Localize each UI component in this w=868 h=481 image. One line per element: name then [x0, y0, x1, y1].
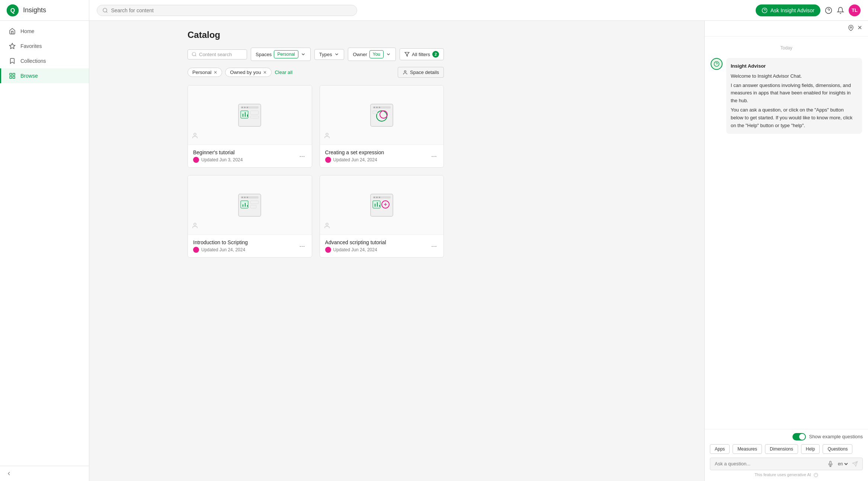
- card-dot-1: [193, 157, 199, 163]
- card-dot-3: [193, 247, 199, 253]
- svg-point-64: [850, 26, 852, 28]
- sidebar-item-label-favorites: Favorites: [20, 43, 42, 49]
- space-details-button[interactable]: Space details: [398, 67, 444, 78]
- card-beginners-tutorial[interactable]: Beginner's tutorial Updated Jun 3, 2024 …: [188, 85, 312, 168]
- send-button[interactable]: [852, 461, 858, 467]
- notifications-button[interactable]: [837, 7, 844, 14]
- content-search-filter[interactable]: Content search: [188, 49, 247, 59]
- quick-btn-apps[interactable]: Apps: [710, 444, 730, 454]
- microphone-button[interactable]: [827, 461, 833, 467]
- help-button[interactable]: [825, 7, 832, 14]
- all-filters-button[interactable]: All filters 2: [400, 48, 444, 60]
- card-meta-3: Updated Jun 24, 2024: [193, 247, 298, 253]
- insight-footer: Show example questions Apps Measures Dim…: [705, 429, 868, 481]
- filter-personal-label: Personal: [192, 70, 211, 75]
- card-intro-scripting[interactable]: Introduction to Scripting Updated Jun 24…: [188, 175, 312, 258]
- ask-insight-advisor-button[interactable]: Ask Insight Advisor: [756, 4, 820, 16]
- card-menu-button-1[interactable]: ···: [298, 151, 307, 162]
- sidebar-item-collections[interactable]: Collections: [0, 54, 89, 68]
- card-dot-2: [325, 157, 331, 163]
- svg-point-42: [244, 197, 246, 198]
- sidebar-item-browse[interactable]: Browse: [0, 68, 89, 83]
- card-set-expression[interactable]: Creating a set expression Updated Jun 24…: [320, 85, 444, 168]
- svg-rect-44: [241, 201, 248, 208]
- home-icon: [9, 28, 16, 35]
- sidebar: Q Insights Home Favorites Collections: [0, 0, 89, 481]
- svg-line-15: [195, 55, 196, 57]
- quick-btn-measures[interactable]: Measures: [733, 444, 762, 454]
- show-examples-row: Show example questions: [710, 433, 863, 440]
- ask-input-icons: en: [827, 461, 858, 467]
- content-search-icon: [192, 52, 197, 57]
- remove-owned-icon[interactable]: ✕: [263, 70, 267, 75]
- card-title-3: Introduction to Scripting: [193, 239, 298, 245]
- types-chevron-icon: [334, 52, 339, 57]
- svg-point-14: [192, 52, 196, 56]
- show-examples-toggle[interactable]: [792, 433, 806, 440]
- quick-btn-help[interactable]: Help: [801, 444, 820, 454]
- search-input[interactable]: [111, 7, 352, 13]
- avatar[interactable]: TL: [849, 4, 861, 16]
- spaces-chevron-icon: [301, 52, 306, 57]
- svg-rect-3: [10, 73, 12, 75]
- svg-rect-56: [373, 201, 380, 208]
- all-filters-badge: 2: [432, 51, 439, 58]
- card-person-icon-2: [324, 132, 330, 141]
- active-filter-personal[interactable]: Personal ✕: [188, 68, 222, 77]
- microphone-icon: [827, 461, 833, 467]
- svg-point-53: [374, 197, 375, 198]
- svg-point-41: [241, 197, 243, 198]
- topbar-right: Ask Insight Advisor TL: [756, 4, 861, 16]
- sidebar-item-label-home: Home: [20, 28, 34, 34]
- svg-rect-31: [373, 106, 391, 109]
- card-menu-button-2[interactable]: ···: [430, 151, 438, 162]
- card-meta-2: Updated Jun 24, 2024: [325, 157, 430, 163]
- app-thumbnail-icon-1: [235, 100, 265, 130]
- svg-point-32: [374, 107, 375, 108]
- svg-point-20: [241, 107, 243, 108]
- collapse-button[interactable]: [6, 471, 12, 477]
- card-info-4: Advanced scripting tutorial Updated Jun …: [325, 239, 430, 253]
- types-filter-button[interactable]: Types: [314, 49, 345, 60]
- show-examples-label: Show example questions: [809, 434, 863, 439]
- quick-btn-dimensions[interactable]: Dimensions: [765, 444, 798, 454]
- language-select[interactable]: en: [836, 461, 849, 467]
- card-footer-2: Creating a set expression Updated Jun 24…: [320, 145, 444, 167]
- ask-advisor-label: Ask Insight Advisor: [771, 7, 814, 13]
- card-person-icon-1: [192, 132, 198, 141]
- filter-owned-label: Owned by you: [230, 70, 261, 75]
- svg-point-22: [247, 107, 248, 108]
- topbar: Ask Insight Advisor TL: [89, 0, 868, 21]
- all-filters-label: All filters: [412, 52, 430, 57]
- svg-point-33: [376, 107, 378, 108]
- bookmark-icon: [9, 57, 16, 65]
- card-footer-4: Advanced scripting tutorial Updated Jun …: [320, 235, 444, 257]
- ask-question-input[interactable]: [715, 461, 824, 467]
- search-bar[interactable]: [97, 5, 357, 16]
- spaces-filter-button[interactable]: Spaces Personal: [251, 48, 311, 61]
- remove-personal-icon[interactable]: ✕: [214, 70, 217, 75]
- pin-button[interactable]: [848, 25, 854, 32]
- sidebar-item-favorites[interactable]: Favorites: [0, 39, 89, 54]
- quick-btn-questions[interactable]: Questions: [823, 444, 852, 454]
- svg-rect-28: [250, 116, 259, 118]
- svg-line-9: [106, 11, 108, 12]
- card-menu-button-4[interactable]: ···: [430, 241, 438, 252]
- card-advanced-scripting[interactable]: Advanced scripting tutorial Updated Jun …: [320, 175, 444, 258]
- card-info-1: Beginner's tutorial Updated Jun 3, 2024: [193, 149, 298, 163]
- sidebar-item-home[interactable]: Home: [0, 24, 89, 39]
- sidebar-item-label-browse: Browse: [20, 73, 38, 79]
- active-filter-owned-by-you[interactable]: Owned by you ✕: [225, 68, 272, 77]
- space-details-icon: [403, 70, 408, 75]
- card-person-icon-3: [192, 222, 198, 231]
- svg-rect-48: [250, 201, 259, 204]
- insight-avatar-icon: [714, 61, 720, 67]
- svg-rect-27: [250, 111, 259, 114]
- card-thumb-4: [320, 175, 444, 235]
- card-menu-button-3[interactable]: ···: [298, 241, 307, 252]
- close-panel-button[interactable]: [857, 25, 863, 32]
- svg-marker-16: [405, 52, 409, 57]
- clear-all-button[interactable]: Clear all: [275, 70, 292, 75]
- owner-filter-button[interactable]: Owner You: [348, 48, 396, 61]
- svg-point-21: [244, 107, 246, 108]
